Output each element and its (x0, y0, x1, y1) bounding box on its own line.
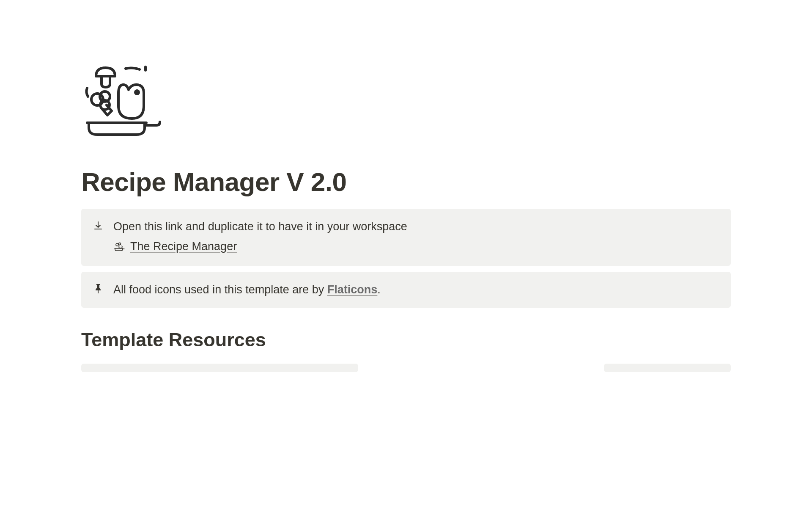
callout-attribution: All food icons used in this template are… (81, 272, 731, 308)
page-title: Recipe Manager V 2.0 (81, 167, 731, 197)
attribution-text-prefix: All food icons used in this template are… (113, 283, 327, 296)
svg-rect-12 (98, 290, 99, 293)
page-hero-icon (81, 64, 731, 141)
download-icon (92, 220, 104, 232)
flaticons-link[interactable]: Flaticons (327, 283, 378, 296)
svg-point-11 (119, 243, 121, 245)
svg-point-10 (116, 243, 118, 246)
recipe-manager-link[interactable]: The Recipe Manager (113, 238, 237, 255)
callout-duplicate-content: Open this link and duplicate it to have … (113, 218, 720, 257)
svg-point-4 (135, 91, 139, 94)
callout-attribution-content: All food icons used in this template are… (113, 281, 720, 298)
resource-card[interactable] (81, 364, 358, 372)
recipe-manager-link-text: The Recipe Manager (130, 238, 237, 255)
attribution-text-suffix: . (377, 283, 381, 296)
cooking-pan-icon (81, 64, 162, 140)
callout-duplicate-text: Open this link and duplicate it to have … (113, 218, 720, 235)
page-container: Recipe Manager V 2.0 Open this link and … (0, 0, 812, 372)
recipe-page-icon (113, 240, 125, 252)
callout-duplicate: Open this link and duplicate it to have … (81, 209, 731, 266)
template-resources-heading: Template Resources (81, 329, 731, 351)
pin-icon (92, 283, 104, 295)
resource-cards-row (81, 364, 731, 372)
resource-card[interactable] (604, 364, 731, 372)
